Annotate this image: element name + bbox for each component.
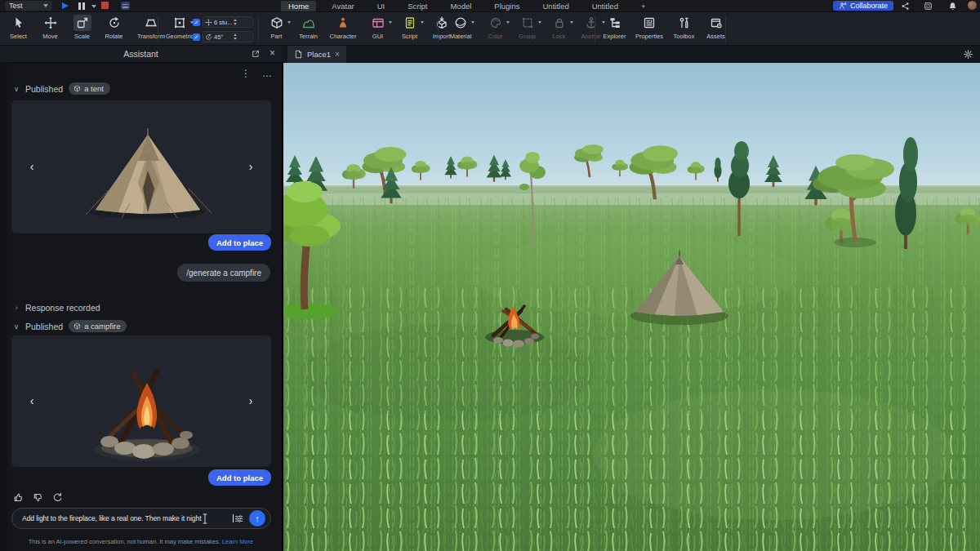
tool-assets[interactable]: Assets — [701, 15, 731, 40]
tool-part[interactable]: Part — [261, 15, 292, 40]
tool-toolbox[interactable]: Toolbox — [669, 15, 699, 40]
input-options-sliders-icon[interactable] — [234, 513, 244, 524]
terrain-icon — [300, 15, 318, 31]
share-icon[interactable] — [901, 2, 910, 11]
character-icon — [334, 15, 352, 31]
stepper-control[interactable] — [234, 33, 252, 40]
stop-button[interactable] — [101, 2, 109, 9]
snap-rotate-row: ✓ 45° — [193, 31, 255, 42]
collaborate-button[interactable]: Collaborate — [833, 1, 893, 11]
more-options-icon[interactable]: … — [262, 68, 272, 79]
ribbon-toolbar: Select Move Scale Rotate Transform Geome… — [0, 11, 980, 46]
gear-icon[interactable] — [963, 49, 973, 60]
notifications-bell-icon[interactable] — [948, 2, 957, 11]
geometric-icon — [171, 15, 189, 31]
tool-script[interactable]: Script — [394, 15, 425, 40]
move-icon — [205, 19, 212, 26]
overflow-kebab-icon[interactable]: ⋮ — [241, 68, 251, 79]
stepper-control[interactable] — [234, 19, 252, 25]
collapse-chevron-icon[interactable]: ∨ — [13, 322, 20, 331]
tool-gui[interactable]: GUI — [363, 15, 393, 40]
learn-more-link[interactable]: Learn More — [222, 538, 253, 545]
assets-icon — [707, 15, 725, 31]
add-to-place-button[interactable]: Add to place — [208, 234, 271, 251]
add-to-place-button[interactable]: Add to place — [208, 469, 271, 486]
ibeam-cursor — [202, 513, 208, 524]
carousel-next-icon[interactable]: › — [245, 160, 256, 173]
tool-material[interactable]: Material — [443, 15, 479, 40]
carousel-prev-icon[interactable]: ‹ — [26, 394, 38, 407]
close-tab-icon[interactable]: × — [335, 50, 340, 59]
move-icon — [42, 15, 60, 31]
tool-scale[interactable]: Scale — [67, 15, 97, 40]
asset-chip-campfire[interactable]: a campfire — [69, 320, 127, 332]
anchor-icon — [582, 15, 600, 31]
tool-rotate[interactable]: Rotate — [99, 15, 129, 40]
collapse-chevron-icon[interactable]: ∨ — [13, 85, 20, 93]
chevron-down-icon — [570, 21, 573, 24]
panels-group: Explorer Properties Toolbox Assets — [599, 15, 731, 40]
snap-rotate-checkbox[interactable]: ✓ — [193, 33, 200, 41]
script-document-icon — [401, 15, 419, 31]
test-mode-dropdown[interactable]: Test — [5, 1, 52, 11]
tool-group[interactable]: Group — [512, 15, 542, 40]
snap-move-value[interactable]: 6 stu... — [203, 16, 253, 28]
gui-icon — [369, 15, 387, 31]
tool-move[interactable]: Move — [35, 15, 65, 40]
tool-lock[interactable]: Lock — [544, 15, 574, 40]
snap-move-checkbox[interactable]: ✓ — [193, 19, 200, 26]
tool-properties[interactable]: Properties — [631, 15, 667, 40]
toolbox-icon — [675, 15, 693, 31]
response-recorded-row[interactable]: › Response recorded — [13, 303, 100, 313]
tab-untitled-1[interactable]: Untitled — [535, 1, 576, 11]
tool-explorer[interactable]: Explorer — [599, 15, 630, 40]
user-avatar[interactable] — [968, 1, 977, 10]
tab-model[interactable]: Model — [443, 1, 479, 11]
viewport-scene — [283, 63, 980, 551]
tab-ui[interactable]: UI — [370, 1, 393, 11]
snap-settings: ✓ 6 stu... ✓ 45° — [193, 16, 255, 46]
playback-extra-button[interactable] — [121, 2, 130, 10]
assistant-input[interactable]: Add light to the fireplace, like a real … — [11, 508, 271, 529]
tab-script[interactable]: Script — [400, 1, 434, 11]
campfire-preview-image — [11, 335, 271, 467]
play-button[interactable] — [62, 2, 69, 9]
device-grid-icon[interactable] — [924, 2, 933, 11]
popout-icon[interactable] — [251, 49, 261, 59]
tool-color[interactable]: Color — [480, 15, 510, 40]
test-dropdown-label: Test — [9, 2, 23, 10]
tent-preview-card: ‹ › — [11, 100, 271, 233]
tab-plugins[interactable]: Plugins — [487, 1, 527, 11]
tab-home[interactable]: Home — [281, 1, 316, 11]
tab-place1[interactable]: Place1 × — [287, 46, 346, 63]
close-icon[interactable]: × — [270, 47, 275, 59]
tool-terrain[interactable]: Terrain — [293, 15, 323, 40]
published-tent-row[interactable]: ∨ Published a tent — [13, 82, 110, 95]
regenerate-icon[interactable] — [52, 492, 63, 503]
campfire-preview-card: ‹ › — [11, 335, 271, 467]
published-campfire-row[interactable]: ∨ Published a campfire — [13, 320, 127, 332]
pause-options-chevron-icon[interactable] — [91, 5, 96, 8]
expand-chevron-icon[interactable]: › — [13, 304, 20, 312]
tab-avatar[interactable]: Avatar — [324, 1, 361, 11]
lock-icon — [550, 15, 568, 31]
carousel-next-icon[interactable]: › — [245, 394, 256, 407]
tab-untitled-2[interactable]: Untitled — [585, 1, 626, 11]
snap-rotate-value[interactable]: 45° — [203, 31, 253, 42]
pause-button[interactable] — [78, 2, 88, 10]
chevron-down-icon — [43, 4, 48, 7]
asset-chip-tent[interactable]: a tent — [69, 82, 110, 95]
viewport-3d[interactable] — [282, 63, 980, 551]
part-cube-icon — [268, 15, 286, 31]
tool-select[interactable]: Select — [3, 15, 33, 40]
ribbon-tabs: Home Avatar UI Script Model Plugins Unti… — [281, 0, 653, 11]
dock-row: Assistant × Place1 × — [0, 46, 980, 63]
thumbs-down-icon[interactable] — [33, 492, 43, 503]
thumbs-up-icon[interactable] — [13, 492, 24, 503]
new-tab-button[interactable]: + — [634, 1, 653, 11]
color-palette-icon — [487, 15, 505, 31]
cube-icon — [74, 322, 81, 330]
carousel-prev-icon[interactable]: ‹ — [26, 160, 38, 173]
tool-character[interactable]: Character — [325, 15, 361, 40]
send-button[interactable]: ↑ — [249, 510, 265, 527]
